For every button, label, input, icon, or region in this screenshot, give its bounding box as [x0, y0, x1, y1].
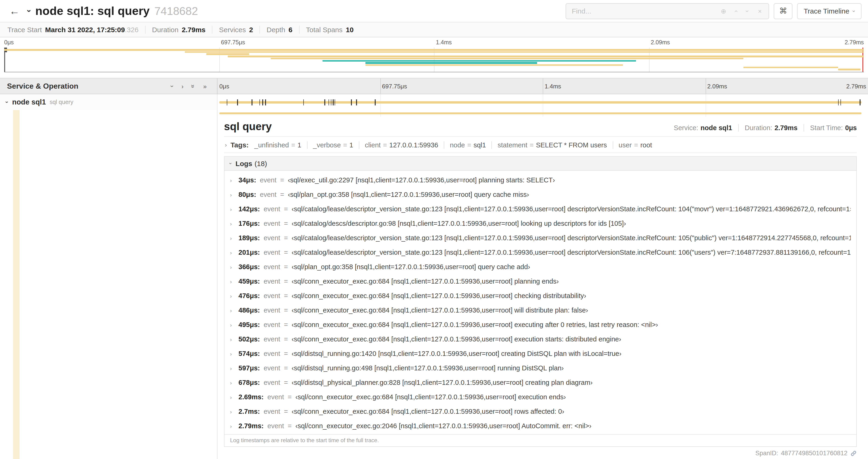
minimap-canvas[interactable]: [4, 47, 864, 72]
back-button[interactable]: ←: [6, 6, 22, 16]
timeline-ruler: 0μs697.75μs1.4ms2.09ms2.79ms: [217, 78, 868, 94]
log-field-name: event: [264, 291, 280, 300]
log-entry[interactable]: ›366μs:event=‹sql/plan_opt.go:358 [nsql1…: [230, 259, 851, 274]
minimap-span-bar: [228, 56, 864, 57]
log-equals: =: [288, 392, 292, 401]
tags-label: Tags:: [230, 141, 249, 149]
next-match-icon[interactable]: ›: [744, 5, 751, 17]
tag-item[interactable]: statement=SELECT * FROM users: [492, 141, 607, 149]
log-entry[interactable]: ›142μs:event=‹sql/catalog/lease/descript…: [230, 201, 851, 216]
detail-span-bar[interactable]: [219, 112, 862, 114]
log-entry[interactable]: ›2.79ms:event=‹sql/conn_executor_exec.go…: [230, 418, 851, 433]
log-entry[interactable]: ›80μs:event=‹sql/plan_opt.go:358 [nsql1,…: [230, 187, 851, 201]
summary-item: Total Spans10: [299, 26, 360, 34]
log-value: ‹sql/plan_opt.go:358 [nsql1,client=127.0…: [292, 262, 530, 271]
span-detail-meta: Service:node sql1 Duration:2.79ms Start …: [674, 124, 857, 132]
minimap-tick-label: 697.75μs: [221, 39, 245, 46]
span-tree-row[interactable]: › node sql1 sql query: [0, 94, 217, 110]
minimap-span-bar: [365, 64, 623, 66]
service-operation-header: Service & Operation › › » »: [0, 78, 217, 94]
logs-collapse-chevron-icon: ›: [228, 163, 233, 164]
log-value: ‹sql/distsql_running.go:1420 [nsql1,clie…: [292, 349, 622, 358]
find-input[interactable]: [566, 3, 717, 19]
log-entry[interactable]: ›574μs:event=‹sql/distsql_running.go:142…: [230, 346, 851, 361]
tag-item[interactable]: user=root: [613, 141, 652, 149]
clear-find-icon[interactable]: ×: [754, 7, 766, 15]
trace-collapse-chevron-icon[interactable]: ›: [25, 9, 33, 12]
summary-item-suffix: .326: [125, 26, 138, 34]
log-field-name: event: [264, 334, 280, 343]
chevron-right-icon: ›: [230, 381, 235, 386]
log-value: ‹sql/distsql_physical_planner.go:828 [ns…: [292, 378, 593, 387]
log-entry[interactable]: ›201μs:event=‹sql/catalog/lease/descript…: [230, 245, 851, 259]
tag-value: 1: [298, 141, 301, 149]
logs-header[interactable]: › Logs (18): [224, 157, 856, 171]
span-tree-column: › node sql1 sql query: [0, 94, 217, 459]
span-collapse-chevron-icon[interactable]: ›: [4, 101, 10, 103]
log-timestamp: 189μs:: [239, 233, 260, 242]
tag-item[interactable]: node=sql1: [444, 141, 486, 149]
tag-item[interactable]: _unfinished=1: [254, 141, 301, 149]
summary-item-value: March 31 2022, 17:25:09: [45, 26, 125, 34]
collapse-one-icon[interactable]: ›: [169, 85, 176, 87]
log-field-name: event: [264, 320, 280, 329]
tag-key: client: [365, 141, 381, 149]
log-entry[interactable]: ›459μs:event=‹sql/conn_executor_exec.go:…: [230, 274, 851, 288]
chevron-right-icon: ›: [230, 352, 235, 357]
minimap-left-scrubber[interactable]: [4, 47, 5, 72]
log-field-name: event: [264, 262, 280, 271]
minimap-tick-label: 0μs: [4, 39, 14, 46]
log-marker-tick: [375, 99, 376, 105]
timeline-column: sql query Service:node sql1 Duration:2.7…: [217, 94, 868, 459]
log-field-name: event: [264, 406, 280, 416]
log-timestamp: 2.79ms:: [239, 421, 264, 430]
tag-item[interactable]: client=127.0.0.1:59936: [359, 141, 438, 149]
tags-section[interactable]: › Tags: _unfinished=1_verbose=1client=12…: [224, 137, 857, 153]
minimap-tick-label: 1.4ms: [436, 39, 452, 46]
log-entry[interactable]: ›189μs:event=‹sql/catalog/lease/descript…: [230, 230, 851, 245]
log-entry[interactable]: ›486μs:event=‹sql/conn_executor_exec.go:…: [230, 303, 851, 317]
minimap-span-bar: [206, 54, 249, 55]
command-icon: ⌘: [779, 6, 787, 16]
collapse-all-icon[interactable]: »: [190, 84, 197, 88]
meta-duration: Duration:2.79ms: [738, 124, 798, 132]
span-bar-row[interactable]: [217, 94, 868, 110]
keyboard-shortcuts-button[interactable]: ⌘: [774, 3, 793, 19]
match-focus-icon[interactable]: ⊕: [717, 7, 730, 15]
log-entry[interactable]: ›502μs:event=‹sql/conn_executor_exec.go:…: [230, 332, 851, 346]
tag-value: 127.0.0.1:59936: [389, 141, 438, 149]
log-value: ‹sql/catalog/lease/descriptor_version_st…: [292, 233, 851, 242]
log-entry[interactable]: ›476μs:event=‹sql/conn_executor_exec.go:…: [230, 288, 851, 303]
log-entry[interactable]: ›2.7ms:event=‹sql/conn_executor_exec.go:…: [230, 404, 851, 418]
log-value: ‹sql/catalog/descs/descriptor.go:98 [nsq…: [292, 219, 626, 228]
log-entry[interactable]: ›176μs:event=‹sql/catalog/descs/descript…: [230, 216, 851, 230]
log-entry[interactable]: ›34μs:event=‹sql/exec_util.go:2297 [nsql…: [230, 173, 851, 187]
tag-item[interactable]: _verbose=1: [307, 141, 353, 149]
meta-service: Service:node sql1: [674, 124, 732, 132]
log-entry[interactable]: ›495μs:event=‹sql/conn_executor_exec.go:…: [230, 317, 851, 332]
copy-link-icon[interactable]: [850, 450, 857, 456]
span-detail-card: sql query Service:node sql1 Duration:2.7…: [217, 117, 863, 459]
log-equals: =: [284, 406, 288, 416]
tag-key: statement: [498, 141, 527, 149]
expand-all-icon[interactable]: »: [203, 83, 207, 89]
tag-equals: =: [530, 141, 534, 149]
log-marker-tick: [324, 99, 325, 105]
log-timestamp: 2.7ms:: [239, 406, 260, 416]
trace-view-selector[interactable]: Trace Timeline ›: [797, 3, 862, 19]
top-bar: ← › node sql1: sql query 7418682 ⊕ › › ×…: [0, 0, 868, 22]
span-duration-bar[interactable]: [219, 101, 862, 104]
log-timestamp: 597μs:: [239, 363, 260, 372]
log-entry[interactable]: ›597μs:event=‹sql/distsql_running.go:498…: [230, 361, 851, 375]
minimap-span-bar: [365, 62, 537, 64]
tags-list: _unfinished=1_verbose=1client=127.0.0.1:…: [254, 141, 652, 149]
log-field-name: event: [268, 421, 284, 430]
summary-item-label: Total Spans: [306, 26, 343, 34]
log-entry[interactable]: ›678μs:event=‹sql/distsql_physical_plann…: [230, 375, 851, 390]
log-entry[interactable]: ›2.69ms:event=‹sql/conn_executor_exec.go…: [230, 390, 851, 404]
chevron-right-icon: ›: [230, 250, 235, 255]
expand-one-icon[interactable]: ›: [181, 83, 183, 89]
log-marker-tick: [351, 99, 352, 105]
log-timestamp: 459μs:: [239, 276, 260, 286]
prev-match-icon[interactable]: ›: [732, 5, 739, 17]
